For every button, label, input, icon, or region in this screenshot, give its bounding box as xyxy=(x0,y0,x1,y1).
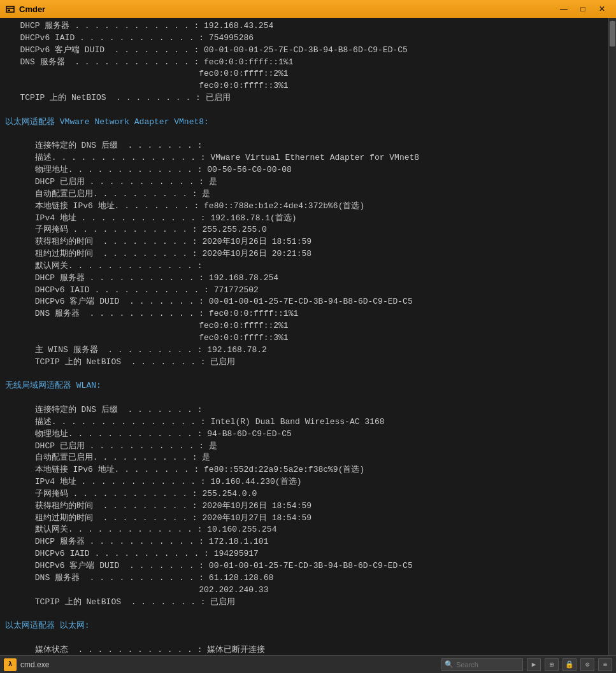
search-icon: 🔍 xyxy=(445,660,454,669)
titlebar: Cmder — □ ✕ xyxy=(0,0,616,18)
scrollbar[interactable] xyxy=(608,18,616,655)
terminal-line: DNS 服务器 . . . . . . . . . . . . : fec0:0… xyxy=(5,57,603,69)
scrollbar-track[interactable] xyxy=(609,18,616,655)
terminal-line: TCPIP 上的 NetBIOS . . . . . . . : 已启用 xyxy=(5,597,603,609)
statusbar-app-icon: λ xyxy=(4,658,17,671)
statusbar: λ cmd.exe 🔍 ▶ ⊞ 🔒 ⚙ ≡ xyxy=(0,655,616,673)
terminal-line: TCPIP 上的 NetBIOS . . . . . . . : 已启用 xyxy=(5,357,603,369)
window-title: Cmder xyxy=(19,4,555,14)
terminal-line: DHCPv6 IAID . . . . . . . . . . . : 1942… xyxy=(5,548,603,560)
terminal-line: DHCP 已启用 . . . . . . . . . . . : 是 xyxy=(5,176,603,188)
app-icon xyxy=(5,4,15,14)
terminal-line xyxy=(5,632,603,644)
terminal-line: 描述. . . . . . . . . . . . . . . : Intel(… xyxy=(5,416,603,429)
terminal-wrapper: DHCP 服务器 . . . . . . . . . . . . : 192.1… xyxy=(0,18,616,655)
statusbar-btn4[interactable]: ⚙ xyxy=(580,658,594,671)
terminal-line: DHCP 已启用 . . . . . . . . . . . : 是 xyxy=(5,441,603,453)
close-button[interactable]: ✕ xyxy=(593,3,611,15)
terminal-line: 自动配置已启用. . . . . . . . . . : 是 xyxy=(5,188,603,201)
statusbar-search[interactable]: 🔍 xyxy=(441,658,523,671)
terminal-line: DHCP 服务器 . . . . . . . . . . . : 192.168… xyxy=(5,273,603,285)
terminal-line xyxy=(5,368,603,380)
terminal-line: TCPIP 上的 NetBIOS . . . . . . . . : 已启用 xyxy=(5,92,603,104)
terminal-line: 租约过期的时间 . . . . . . . . . : 2020年10月27日 … xyxy=(5,513,603,525)
terminal-line xyxy=(5,129,603,141)
svg-rect-0 xyxy=(6,6,14,12)
search-input[interactable] xyxy=(456,661,520,669)
terminal-line: 获得租约的时间 . . . . . . . . . : 2020年10月26日 … xyxy=(5,236,603,248)
terminal-line: DHCP 服务器 . . . . . . . . . . . : 172.18.… xyxy=(5,536,603,548)
minimize-button[interactable]: — xyxy=(555,3,573,15)
statusbar-btn3[interactable]: 🔒 xyxy=(562,658,577,671)
terminal-line: DNS 服务器 . . . . . . . . . . . : fec0:0:0… xyxy=(5,308,603,320)
terminal-line: 本地链接 IPv6 地址. . . . . . . . : fe80::788e… xyxy=(5,201,603,213)
terminal-line: 主 WINS 服务器 . . . . . . . . . : 192.168.7… xyxy=(5,344,603,357)
terminal-line: fec0:0:0:ffff::3%1 xyxy=(5,80,603,92)
statusbar-process-label: cmd.exe xyxy=(20,660,49,669)
terminal-line: 获得租约的时间 . . . . . . . . . : 2020年10月26日 … xyxy=(5,500,603,513)
terminal-line xyxy=(5,104,603,117)
terminal-line: 以太网适配器 以太网: xyxy=(5,620,603,632)
statusbar-btn1[interactable]: ▶ xyxy=(527,658,541,671)
window-controls: — □ ✕ xyxy=(555,3,611,15)
terminal-line: 自动配置已启用. . . . . . . . . . : 是 xyxy=(5,452,603,464)
terminal-line: 子网掩码 . . . . . . . . . . . . : 255.254.0… xyxy=(5,488,603,500)
terminal-line: IPv4 地址 . . . . . . . . . . . . : 192.16… xyxy=(5,213,603,225)
svg-rect-2 xyxy=(8,10,10,11)
terminal-line: 默认网关. . . . . . . . . . . . . : xyxy=(5,260,603,273)
terminal-line: 媒体状态 . . . . . . . . . . . . : 媒体已断开连接 xyxy=(5,644,603,655)
terminal-line: DHCPv6 客户端 DUID . . . . . . . : 00-01-00… xyxy=(5,560,603,572)
terminal-line: fec0:0:0:ffff::2%1 xyxy=(5,68,603,80)
terminal-line: 连接特定的 DNS 后缀 . . . . . . . : xyxy=(5,404,603,416)
terminal-line: 默认网关. . . . . . . . . . . . . : 10.160.2… xyxy=(5,524,603,536)
terminal-line: 物理地址. . . . . . . . . . . . . : 00-50-56… xyxy=(5,164,603,176)
maximize-button[interactable]: □ xyxy=(574,3,592,15)
statusbar-btn2[interactable]: ⊞ xyxy=(545,658,559,671)
terminal-line: fec0:0:0:ffff::2%1 xyxy=(5,320,603,332)
terminal-line xyxy=(5,608,603,620)
terminal-line: DHCPv6 IAID . . . . . . . . . . . . : 75… xyxy=(5,32,603,45)
scrollbar-thumb[interactable] xyxy=(610,21,615,46)
terminal-line: DHCPv6 客户端 DUID . . . . . . . . : 00-01-… xyxy=(5,45,603,57)
terminal-line: 租约过期的时间 . . . . . . . . . : 2020年10月26日 … xyxy=(5,248,603,260)
terminal-line: fec0:0:0:ffff::3%1 xyxy=(5,332,603,344)
terminal-line: DHCP 服务器 . . . . . . . . . . . . : 192.1… xyxy=(5,20,603,32)
terminal-line: 本地链接 IPv6 地址. . . . . . . . : fe80::552d… xyxy=(5,464,603,476)
terminal-line: 以太网适配器 VMware Network Adapter VMnet8: xyxy=(5,117,603,129)
terminal-line: 无线局域网适配器 WLAN: xyxy=(5,380,603,392)
terminal-line: 子网掩码 . . . . . . . . . . . . : 255.255.2… xyxy=(5,224,603,236)
terminal-content[interactable]: DHCP 服务器 . . . . . . . . . . . . : 192.1… xyxy=(0,18,608,655)
terminal-line: 描述. . . . . . . . . . . . . . . : VMware… xyxy=(5,152,603,164)
terminal-line xyxy=(5,392,603,404)
terminal-line: DHCPv6 IAID . . . . . . . . . . . : 7717… xyxy=(5,285,603,297)
terminal-line: DHCPv6 客户端 DUID . . . . . . . : 00-01-00… xyxy=(5,296,603,308)
terminal-line: DNS 服务器 . . . . . . . . . . . : 61.128.1… xyxy=(5,572,603,584)
terminal-line: 物理地址. . . . . . . . . . . . . : 94-B8-6D… xyxy=(5,429,603,441)
terminal-line: 连接特定的 DNS 后缀 . . . . . . . : xyxy=(5,140,603,152)
statusbar-btn5[interactable]: ≡ xyxy=(598,658,612,671)
terminal-line: 202.202.240.33 xyxy=(5,584,603,597)
terminal-line: IPv4 地址 . . . . . . . . . . . . : 10.160… xyxy=(5,476,603,488)
